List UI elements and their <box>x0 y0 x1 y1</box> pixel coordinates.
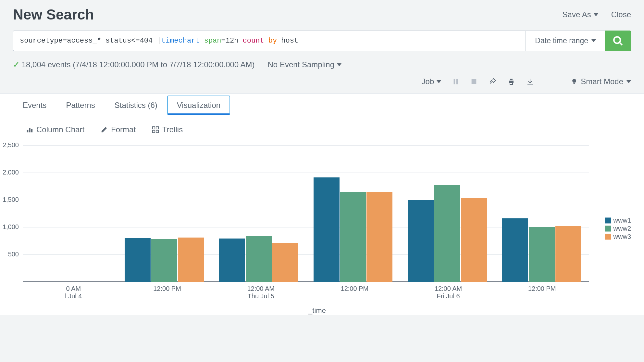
bar-chart-icon <box>26 126 33 133</box>
y-tick: 1,000 <box>3 223 19 231</box>
trellis-button[interactable]: Trellis <box>152 125 183 134</box>
plot-region <box>23 145 589 282</box>
viz-toolbar: Column Chart Format Trellis <box>0 117 644 142</box>
legend-item[interactable]: www2 <box>605 225 631 232</box>
download-icon[interactable] <box>526 78 534 85</box>
bar[interactable] <box>340 192 366 282</box>
y-axis: 2,5002,0001,5001,000500 <box>3 145 23 282</box>
chevron-down-icon <box>337 63 341 66</box>
events-status: ✓ 18,004 events (7/4/18 12:00:00.000 PM … <box>13 60 255 69</box>
legend-label: www2 <box>613 225 631 232</box>
bar-group <box>212 145 305 282</box>
legend-label: www1 <box>613 217 631 224</box>
svg-rect-7 <box>510 83 513 84</box>
svg-rect-8 <box>27 130 29 132</box>
page-title: New Search <box>13 6 94 23</box>
chart-type-button[interactable]: Column Chart <box>26 125 84 134</box>
bar[interactable] <box>434 185 460 282</box>
y-tick: 500 <box>8 251 19 258</box>
svg-rect-6 <box>510 79 513 80</box>
stop-icon[interactable] <box>470 78 477 85</box>
bar[interactable] <box>246 236 272 282</box>
check-icon: ✓ <box>13 60 19 69</box>
print-icon[interactable] <box>507 78 515 85</box>
tab-statistics[interactable]: Statistics (6) <box>105 94 167 117</box>
time-range-button[interactable]: Date time range <box>526 31 605 51</box>
bar[interactable] <box>314 177 340 282</box>
bar[interactable] <box>461 198 487 282</box>
svg-rect-9 <box>29 128 31 133</box>
bar[interactable] <box>555 226 581 282</box>
bar[interactable] <box>502 218 528 282</box>
x-tick: 12:00 PM <box>120 282 214 300</box>
legend-item[interactable]: www3 <box>605 233 631 240</box>
svg-line-1 <box>619 42 622 45</box>
svg-rect-10 <box>31 129 33 132</box>
bar-group <box>401 145 494 282</box>
bar-group <box>495 145 588 282</box>
svg-rect-11 <box>153 127 155 129</box>
x-tick: 12:00 PM <box>308 282 402 300</box>
x-tick: 12:00 PM <box>495 282 589 300</box>
bar-group <box>24 145 116 282</box>
y-tick: 1,500 <box>3 196 19 203</box>
x-tick: 12:00 AMFri Jul 6 <box>402 282 495 300</box>
tab-patterns[interactable]: Patterns <box>56 94 105 117</box>
svg-rect-2 <box>454 79 455 84</box>
x-axis-label: _time <box>3 306 631 315</box>
bar-group <box>118 145 211 282</box>
tab-visualization[interactable]: Visualization <box>167 96 230 115</box>
close-button[interactable]: Close <box>611 10 631 19</box>
chevron-down-icon <box>437 80 441 83</box>
chevron-down-icon <box>626 80 631 83</box>
tab-events[interactable]: Events <box>13 94 56 117</box>
bar[interactable] <box>272 243 298 282</box>
event-sampling-button[interactable]: No Event Sampling <box>268 60 341 69</box>
svg-rect-4 <box>472 79 477 84</box>
bar-group <box>307 145 399 282</box>
tabs: Events Patterns Statistics (6) Visualiza… <box>0 93 644 117</box>
svg-rect-13 <box>153 130 155 133</box>
bar[interactable] <box>219 239 245 282</box>
x-axis: 0 AMl Jul 412:00 PM12:00 AMThu Jul 512:0… <box>27 282 589 300</box>
x-tick: 12:00 AMThu Jul 5 <box>214 282 308 300</box>
pencil-icon <box>101 126 108 133</box>
chart: 2,5002,0001,5001,000500 0 AMl Jul 412:00… <box>0 142 644 315</box>
bar[interactable] <box>178 238 204 282</box>
legend: www1www2www3 <box>605 216 631 241</box>
pause-icon[interactable] <box>452 78 459 85</box>
x-tick: 0 AMl Jul 4 <box>27 282 120 300</box>
save-as-button[interactable]: Save As <box>563 10 598 19</box>
legend-swatch <box>605 226 611 231</box>
y-tick: 2,500 <box>3 141 19 149</box>
bar[interactable] <box>529 227 555 282</box>
chevron-down-icon <box>594 13 598 16</box>
search-submit-button[interactable] <box>605 31 631 51</box>
share-icon[interactable] <box>489 78 496 85</box>
svg-rect-12 <box>156 127 158 129</box>
svg-rect-3 <box>456 79 458 84</box>
y-tick: 2,000 <box>3 169 19 176</box>
trellis-icon <box>152 126 159 133</box>
job-button[interactable]: Job <box>422 77 441 86</box>
legend-label: www3 <box>613 233 631 240</box>
svg-point-0 <box>614 37 620 43</box>
smart-mode-button[interactable]: Smart Mode <box>571 77 631 86</box>
search-icon <box>613 35 624 46</box>
svg-rect-14 <box>156 130 158 133</box>
chevron-down-icon <box>591 39 596 42</box>
bar[interactable] <box>408 200 434 282</box>
legend-swatch <box>605 234 611 239</box>
search-input[interactable]: sourcetype=access_* status<=404 |timecha… <box>13 31 526 51</box>
format-button[interactable]: Format <box>101 125 136 134</box>
bar[interactable] <box>366 192 392 282</box>
legend-swatch <box>605 217 611 223</box>
legend-item[interactable]: www1 <box>605 217 631 224</box>
bar[interactable] <box>125 238 151 282</box>
bar[interactable] <box>151 239 177 282</box>
lightbulb-icon <box>571 78 577 85</box>
